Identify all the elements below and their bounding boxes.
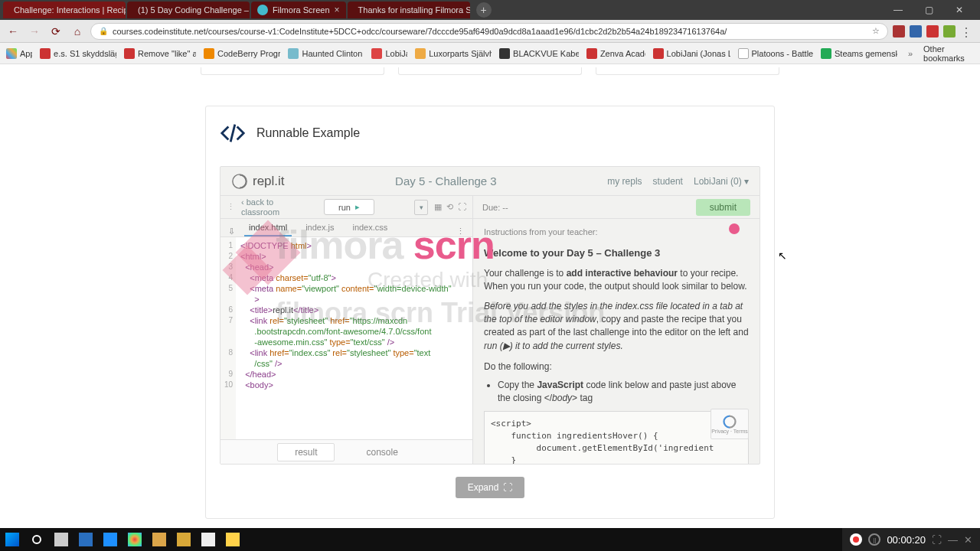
pause-icon[interactable]: || [868,533,880,546]
grid-icon[interactable]: ▦ [434,202,442,212]
lock-icon: 🔒 [99,27,108,35]
taskbar-app[interactable] [150,530,168,549]
ext-icon[interactable] [943,25,956,37]
taskbar-app[interactable] [77,530,95,549]
record-icon[interactable] [850,533,862,546]
more-icon[interactable]: ⋮ [227,202,235,212]
taskbar-app[interactable] [199,530,217,549]
recorder-time: 00:00:20 [887,534,926,546]
search-icon[interactable] [28,530,46,549]
card-stub [596,67,779,75]
url-input[interactable]: 🔒 courses.codeinstitute.net/courses/cour… [90,23,888,40]
watermark-dot [729,223,740,234]
rec-close-icon[interactable]: ✕ [964,534,972,546]
expand-button[interactable]: Expand⛶ [456,477,524,498]
svg-point-0 [233,174,247,187]
rec-expand-icon[interactable]: ⛶ [932,534,942,546]
browser-tab[interactable]: Filmora Screen× [251,2,346,18]
bookmark[interactable]: LobiJani (Jonas Lob… [653,48,730,59]
new-tab-button[interactable]: + [476,2,492,18]
address-bar: ← → ⟳ ⌂ 🔒 courses.codeinstitute.net/cour… [0,20,980,43]
bookmark[interactable]: BLACKVUE Kabelhå… [499,48,579,59]
code-icon [220,120,246,146]
card-stub [398,67,582,75]
bookmark[interactable]: Platoons - Battlelog… [738,48,813,59]
page-content: Runnable Example repl.it Day 5 - Challen… [0,64,980,528]
expand-icon: ⛶ [503,482,512,493]
instr-title: Welcome to your Day 5 – Challenge 3 [484,246,749,261]
replit-header: repl.it Day 5 - Challenge 3 my repls stu… [220,167,760,196]
bookmark[interactable]: CodeBerry Program… [204,48,280,59]
run-button[interactable]: run [324,199,374,215]
submit-button[interactable]: submit [696,199,750,216]
output-tabs: result console [220,439,472,464]
maximize-icon[interactable]: ▢ [917,5,940,15]
bookmark[interactable]: Luxorparts Självhäft… [415,48,492,59]
minimize-icon[interactable]: — [887,5,910,15]
browser-tab-strip: Challenge: Interactions | Recipe I…× (1)… [0,0,980,20]
bookmark[interactable]: e.s. S1 skyddslägsk… [40,48,116,59]
instr-para: Do the following: [484,360,749,373]
bookmark[interactable]: Haunted Clinton Ro… [288,48,364,59]
instr-para: Your challenge is to add interactive beh… [484,267,749,294]
recorder-widget: || 00:00:20 ⛶ — ✕ [842,528,980,551]
more-icon[interactable]: ⋮ [456,227,465,236]
run-dropdown[interactable]: ▾ [414,200,428,215]
card-title: Runnable Example [256,126,360,140]
menu-icon[interactable]: ⋮ [960,25,972,37]
back-icon[interactable]: ← [5,23,21,40]
browser-tab[interactable]: Thanks for installing Filmora Scrn…× [348,2,470,18]
reload-icon[interactable]: ⟳ [47,23,64,40]
taskbar-app[interactable] [101,530,119,549]
bookmarks-bar: Apps e.s. S1 skyddslägsk… Remove "like" … [0,43,980,64]
replit-nav: my repls student LobiJani (0) ▾ [607,176,749,187]
other-bookmarks[interactable]: Other bookmarks [920,44,974,63]
close-icon[interactable]: × [335,5,340,15]
extensions: ⋮ [893,25,975,37]
ext-icon[interactable] [893,25,905,37]
more-bookmarks[interactable]: » [908,49,913,58]
runnable-example-card: Runnable Example repl.it Day 5 - Challen… [205,106,775,519]
ext-icon[interactable] [910,25,922,37]
browser-tab[interactable]: (1) 5 Day Coding Challenge – 10…× [127,2,250,18]
my-repls-link[interactable]: my repls [607,176,642,187]
refresh-icon[interactable]: ⟲ [446,202,453,212]
home-icon[interactable]: ⌂ [69,23,86,40]
replit-logo[interactable]: repl.it [231,173,285,190]
due-label: Due: -- [482,203,508,212]
taskbar-app[interactable] [224,530,242,549]
taskbar-app[interactable] [126,530,144,549]
expand-icon[interactable]: ⛶ [458,202,466,212]
star-icon[interactable]: ☆ [872,26,880,36]
task-view-icon[interactable] [52,530,70,549]
code-snippet: <script> function ingredientsHover() { d… [484,411,749,464]
console-tab[interactable]: console [348,443,415,461]
browser-tab[interactable]: Challenge: Interactions | Recipe I…× [3,2,126,18]
apps-button[interactable]: Apps [6,48,32,59]
back-to-classroom[interactable]: ‹ back to classroom [241,197,284,216]
close-window-icon[interactable]: ✕ [948,5,971,15]
file-tab[interactable]: index.js [301,220,338,236]
student-link[interactable]: student [653,176,683,187]
forward-icon[interactable]: → [26,23,43,40]
replit-embed: repl.it Day 5 - Challenge 3 my repls stu… [220,166,760,465]
url-text: courses.codeinstitute.net/courses/course… [113,27,727,36]
result-tab[interactable]: result [277,443,335,461]
bookmark[interactable]: Steams gemenskap… [821,48,897,59]
file-tab[interactable]: index.css [348,220,392,236]
bookmark[interactable]: Remove "like" and… [124,48,196,59]
taskbar-app[interactable] [175,530,193,549]
download-icon[interactable]: ⇩ [228,227,235,236]
start-button[interactable] [3,530,21,549]
bookmark[interactable]: Zenva Academy [586,48,645,59]
card-stub [201,67,384,75]
ext-icon[interactable] [926,25,939,37]
taskbar: || 00:00:20 ⛶ — ✕ [0,528,980,551]
user-dropdown[interactable]: LobiJani (0) ▾ [694,176,749,187]
rec-minimize-icon[interactable]: — [948,534,958,546]
window-controls: — ▢ ✕ [887,5,977,15]
instr-para: Before you add the styles in the index.c… [484,300,749,354]
bookmark[interactable]: LobiJani [371,48,407,59]
replit-title: Day 5 - Challenge 3 [292,174,600,187]
recaptcha-badge: Privacy · Terms [710,409,749,439]
